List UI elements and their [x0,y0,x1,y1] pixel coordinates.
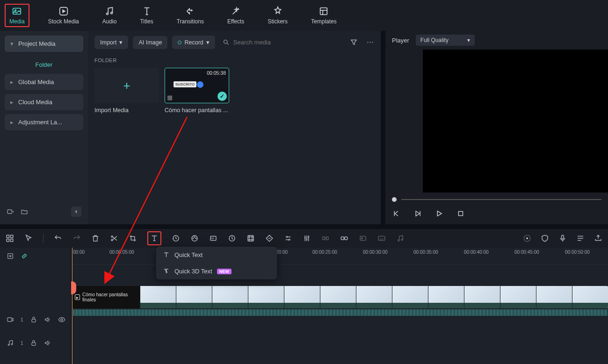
scrub-handle[interactable] [392,197,397,202]
play-pause-button[interactable] [413,209,422,218]
undo-button[interactable] [54,234,62,243]
sidebar-adjustment-layer[interactable]: ▸ Adjustment La... [5,114,83,130]
templates-icon [318,6,329,16]
filter-icon[interactable] [350,38,358,46]
plus-icon: + [123,79,130,93]
tab-media[interactable]: Media [5,4,29,27]
quick-text-option[interactable]: Quick Text [156,247,277,263]
svg-point-19 [194,236,195,237]
mute-icon[interactable] [44,316,51,323]
svg-point-6 [224,40,227,44]
render-icon[interactable] [523,234,531,243]
redo-button[interactable] [72,234,81,243]
export-icon[interactable] [594,234,602,243]
subtitle-button[interactable] [377,234,386,243]
mic-icon[interactable] [558,234,567,243]
record-button[interactable]: Record ▾ [172,36,215,49]
sidebar-cloud-media[interactable]: ▸ Cloud Media [5,94,83,110]
search-input[interactable] [233,39,342,46]
tab-transitions[interactable]: Transitions [172,4,209,27]
more-icon[interactable] [366,38,374,46]
lock-icon[interactable] [30,316,37,323]
timeline-ruler[interactable]: 00:00 00:00:05:00 20:00 00:00:25:00 00:0… [71,248,608,264]
prev-frame-button[interactable] [392,209,400,218]
keyframe-button[interactable] [228,234,236,243]
add-track-icon[interactable] [7,252,14,260]
color-button[interactable] [190,234,199,243]
mixer-button[interactable] [303,234,311,243]
mask-button[interactable] [209,234,217,243]
collapse-sidebar-button[interactable] [71,207,81,217]
stop-button[interactable] [456,209,465,218]
timeline-track-headers: 1 1 [0,248,71,364]
list-icon[interactable] [576,234,585,243]
film-icon: ▦ [167,94,173,101]
svg-point-16 [111,239,113,241]
cursor-icon[interactable] [24,234,33,243]
svg-rect-38 [7,318,12,321]
delete-button[interactable] [91,234,100,243]
media-clip-card[interactable]: 00:05:38 SUSCRITO ▦ ✓ Cómo hacer pantall… [165,68,229,114]
record-label: Record [184,39,203,46]
grid-icon[interactable] [6,234,14,243]
player-viewport[interactable] [423,50,608,193]
shield-icon[interactable] [541,234,549,243]
link-track-icon[interactable] [21,252,28,260]
tab-effects[interactable]: Effects [223,4,249,27]
player-title: Player [392,37,409,44]
tab-audio[interactable]: Audio [98,4,122,27]
link-button[interactable] [340,234,348,243]
video-track[interactable]: ▸ Cómo hacer pantallas finales [71,286,608,316]
tab-stock-media[interactable]: Stock Media [43,4,84,27]
tag-button[interactable] [265,234,274,243]
voiceover-button[interactable] [359,234,367,243]
playhead-handle[interactable] [71,281,76,294]
import-media-card[interactable]: + Import Media [94,68,159,114]
svg-rect-12 [11,235,13,237]
timecode: 00:00:30:00 [363,250,388,255]
tab-templates[interactable]: Templates [306,4,341,27]
group-button[interactable] [321,234,330,243]
split-button[interactable] [110,234,118,243]
eye-icon[interactable] [58,316,65,323]
chevron-down-icon: ▾ [206,39,210,46]
tab-stickers-label: Stickers [268,18,288,25]
speed-button[interactable] [172,234,180,243]
svg-rect-43 [32,343,36,345]
tab-audio-label: Audio [102,18,117,25]
adjust-button[interactable] [284,234,292,243]
text-popup: Quick Text Quick 3D Text NEW [156,247,277,279]
player-scrubber[interactable] [385,193,608,207]
svg-rect-28 [345,237,347,240]
lock-icon[interactable] [30,339,37,347]
clip-caption: Cómo hacer pantallas ... [165,107,229,114]
sidebar-project-media[interactable]: ▾ Project Media [5,36,83,52]
text-button[interactable] [147,231,161,245]
sidebar-folder-label[interactable]: Folder [5,56,83,74]
svg-rect-26 [326,237,329,240]
mute-icon[interactable] [44,339,51,347]
new-bin-icon[interactable] [7,208,14,215]
quick-3d-text-option[interactable]: Quick 3D Text NEW [156,263,277,279]
crop-button[interactable] [129,234,137,243]
video-clip[interactable]: ▸ Cómo hacer pantallas finales [72,286,608,308]
new-folder-icon[interactable] [21,208,28,215]
search-field[interactable] [220,39,345,46]
playhead[interactable] [72,248,72,364]
video-track-header[interactable]: 1 [0,305,71,335]
tab-titles[interactable]: Titles [135,4,158,27]
tab-transitions-label: Transitions [177,18,204,25]
svg-point-21 [193,238,194,239]
svg-point-41 [8,344,9,346]
music-button[interactable] [396,234,405,243]
chevron-down-icon: ▾ [119,39,123,46]
tab-stickers[interactable]: Stickers [263,4,292,27]
sidebar-global-media[interactable]: ▸ Global Media [5,74,83,90]
import-button[interactable]: Import ▾ [94,36,128,49]
marker-button[interactable] [246,234,255,243]
timeline-body[interactable]: 00:00 00:00:05:00 20:00 00:00:25:00 00:0… [71,248,608,364]
audio-track-header[interactable]: 1 [0,335,71,351]
play-button[interactable] [435,209,443,218]
ai-image-button[interactable]: AI Image [133,36,167,49]
quality-dropdown[interactable]: Full Quality ▾ [416,35,475,46]
